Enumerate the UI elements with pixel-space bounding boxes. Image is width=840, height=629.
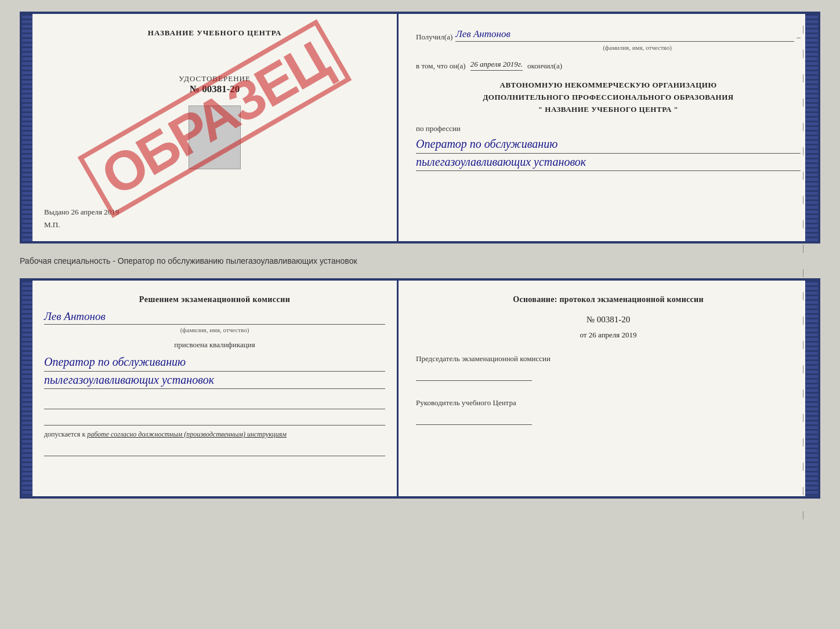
- side-line-4: [803, 99, 803, 107]
- org-line1: АВТОНОМНУЮ НЕКОММЕРЧЕСКУЮ ОРГАНИЗАЦИЮ: [416, 79, 801, 92]
- qual-name-line1: Оператор по обслуживанию: [44, 354, 385, 372]
- cert-spine-left: [22, 14, 32, 241]
- side-line-5: [803, 123, 803, 131]
- dipl-side-line-4: [803, 365, 803, 373]
- dipl-side-line-2: [803, 317, 803, 325]
- cert-mp: М.П.: [44, 220, 385, 230]
- obrazets-stamp: ОБРАЗЕЦ: [50, 52, 379, 184]
- dipl-side-line-7: [803, 438, 803, 446]
- side-line-6: [803, 147, 803, 155]
- side-line-2: [803, 50, 803, 58]
- side-line-9: [803, 220, 803, 228]
- date-prefix: в том, что он(а): [416, 61, 466, 71]
- cert-right-page: Получил(а) Лев Антонов – (фамилия, имя, …: [399, 14, 818, 241]
- blank-line-2: [44, 414, 385, 426]
- org-line3: " НАЗВАНИЕ УЧЕБНОГО ЦЕНТРА ": [416, 104, 801, 116]
- cert-school-title: НАЗВАНИЕ УЧЕБНОГО ЦЕНТРА: [44, 28, 385, 38]
- certificate-book: НАЗВАНИЕ УЧЕБНОГО ЦЕНТРА ОБРАЗЕЦ УДОСТОВ…: [20, 12, 820, 243]
- osnov-title: Основание: протокол экзаменационной коми…: [416, 295, 801, 304]
- chairman-signature-line: [416, 366, 532, 381]
- dipl-right-edge: [805, 281, 818, 496]
- head-label: Руководитель учебного Центра: [416, 398, 801, 408]
- dipl-right-page: Основание: протокол экзаменационной коми…: [399, 281, 818, 496]
- side-line-1: [803, 26, 803, 34]
- issued-label: Выдано: [44, 208, 69, 216]
- допускается-label: допускается к: [44, 430, 85, 438]
- side-line-8: [803, 196, 803, 204]
- side-line-10: [803, 245, 803, 253]
- stamp-text: ОБРАЗЕЦ: [78, 19, 352, 218]
- protocol-date: от 26 апреля 2019: [416, 330, 801, 340]
- side-line-7: [803, 172, 803, 180]
- profession-label: по профессии: [416, 124, 801, 133]
- org-block: АВТОНОМНУЮ НЕКОММЕРЧЕСКУЮ ОРГАНИЗАЦИЮ ДО…: [416, 79, 801, 115]
- cert-side-lines: [803, 26, 803, 277]
- protocol-date-prefix: от: [580, 330, 587, 339]
- head-signature-line: [416, 410, 532, 425]
- decision-name: Лев Антонов: [44, 310, 385, 325]
- document-container: НАЗВАНИЕ УЧЕБНОГО ЦЕНТРА ОБРАЗЕЦ УДОСТОВ…: [20, 12, 820, 499]
- blank-line-3: [44, 445, 385, 456]
- recipient-label: Получил(а): [416, 32, 452, 42]
- qualification-text: присвоена квалификация: [44, 340, 385, 350]
- specialty-label: Рабочая специальность - Оператор по обсл…: [20, 254, 820, 268]
- dipl-side-line-1: [803, 292, 803, 300]
- chairman-block: Председатель экзаменационной комиссии: [416, 354, 801, 381]
- допускается-text: допускается к работе согласно должностны…: [44, 430, 385, 439]
- fio-subtitle: (фамилия, имя, отчество): [44, 326, 385, 333]
- side-line-11: [803, 269, 803, 277]
- profession-name-line1: Оператор по обслуживанию: [416, 136, 801, 154]
- recipient-dash: –: [797, 32, 801, 42]
- cert-right-edge: [805, 14, 818, 241]
- recipient-line: Получил(а) Лев Антонов –: [416, 28, 801, 42]
- protocol-number: № 00381-20: [416, 315, 801, 325]
- profession-name-line2: пылегазоулавливающих установок: [416, 155, 801, 171]
- stamp-area: ОБРАЗЕЦ УДОСТОВЕРЕНИЕ № 00381-20: [44, 46, 385, 202]
- dipl-side-line-8: [803, 463, 803, 471]
- recipient-subtitle: (фамилия, имя, отчество): [474, 44, 801, 51]
- date-line: в том, что он(а) 26 апреля 2019г. окончи…: [416, 60, 801, 71]
- dipl-side-line-6: [803, 414, 803, 422]
- diploma-book: Решением экзаменационной комиссии Лев Ан…: [20, 278, 820, 499]
- cert-issued: Выдано 26 апреля 2019: [44, 202, 385, 217]
- dipl-spine-left: [22, 281, 32, 496]
- date-suffix: окончил(а): [527, 61, 562, 71]
- dipl-side-lines: [803, 292, 803, 519]
- decision-title: Решением экзаменационной комиссии: [44, 295, 385, 304]
- side-line-3: [803, 74, 803, 82]
- blank-line-1: [44, 398, 385, 409]
- допускается-detail: работе согласно должностным (производств…: [87, 430, 287, 438]
- head-block: Руководитель учебного Центра: [416, 398, 801, 425]
- qual-name-line2: пылегазоулавливающих установок: [44, 373, 385, 389]
- chairman-label: Председатель экзаменационной комиссии: [416, 354, 801, 363]
- recipient-name: Лев Антонов: [455, 28, 794, 42]
- dipl-side-line-9: [803, 487, 803, 495]
- dipl-side-line-3: [803, 341, 803, 349]
- org-line2: ДОПОЛНИТЕЛЬНОГО ПРОФЕССИОНАЛЬНОГО ОБРАЗО…: [416, 92, 801, 104]
- dipl-side-line-5: [803, 390, 803, 398]
- cert-date-value: 26 апреля 2019г.: [470, 60, 523, 71]
- cert-left-page: НАЗВАНИЕ УЧЕБНОГО ЦЕНТРА ОБРАЗЕЦ УДОСТОВ…: [32, 14, 399, 241]
- protocol-date-value: 26 апреля 2019: [589, 330, 637, 339]
- dipl-side-line-10: [803, 511, 803, 519]
- dipl-left-page: Решением экзаменационной комиссии Лев Ан…: [32, 281, 399, 496]
